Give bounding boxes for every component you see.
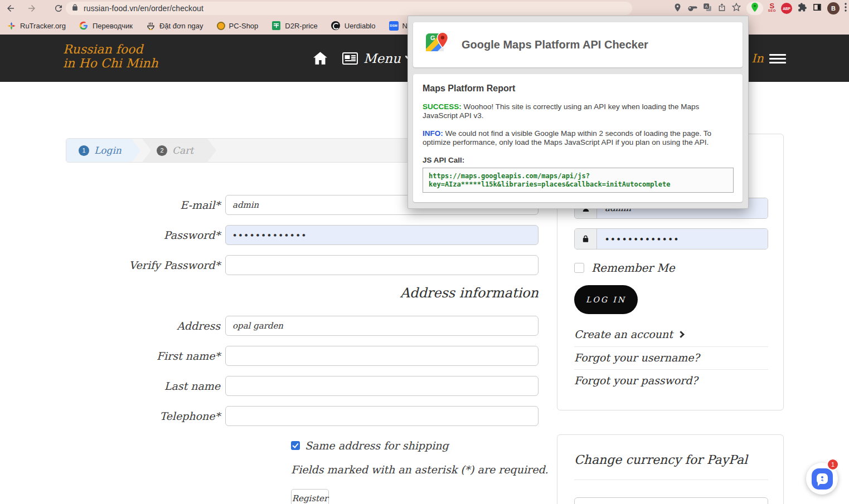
- share-icon[interactable]: [717, 2, 726, 14]
- bowl-icon: [146, 21, 156, 31]
- log-in-button[interactable]: LOG IN: [574, 285, 638, 314]
- header-login-link[interactable]: In: [751, 35, 764, 82]
- bookmark-translator[interactable]: Переводчик: [79, 21, 133, 31]
- hamburger-menu-icon[interactable]: [769, 35, 786, 82]
- remember-me-checkbox[interactable]: [574, 263, 584, 273]
- popup-header-card: G Google Maps Platform API Checker: [413, 22, 743, 67]
- bookmark-rutracker[interactable]: RuTracker.org: [7, 21, 66, 31]
- js-api-call-label: JS API Call:: [423, 156, 464, 164]
- js-api-call-code[interactable]: https://maps.googleapis.com/maps/api/js?…: [423, 168, 734, 193]
- sidebar-password-value: •••••••••••••: [597, 229, 768, 249]
- verify-password-field[interactable]: [225, 255, 538, 275]
- site-logo[interactable]: Russian food in Ho Chi Minh: [63, 42, 158, 70]
- profile-avatar[interactable]: B: [827, 2, 840, 14]
- side-panel-icon[interactable]: [812, 2, 822, 14]
- dsm-icon: DSM: [389, 21, 399, 31]
- password-label: Password*: [66, 225, 220, 245]
- bookmark-star-icon[interactable]: [731, 2, 741, 14]
- rutracker-icon: [7, 21, 16, 31]
- step-login[interactable]: 1 Login: [66, 139, 140, 162]
- currency-heading: Change currency for PayPal: [574, 453, 748, 467]
- chat-unread-badge: 1: [827, 458, 839, 471]
- bookmark-pcshop[interactable]: PC-Shop: [217, 22, 259, 30]
- chevron-right-icon: [677, 331, 685, 338]
- extensions-puzzle-icon[interactable]: [797, 2, 807, 14]
- register-button[interactable]: Register: [291, 489, 329, 504]
- report-title: Maps Platform Report: [423, 84, 515, 94]
- newspaper-icon: [342, 52, 358, 65]
- sidebar-password-field[interactable]: •••••••••••••: [574, 228, 768, 249]
- popup-title: Google Maps Platform API Checker: [462, 38, 648, 51]
- translate-icon[interactable]: A: [702, 2, 712, 14]
- password-field[interactable]: [225, 225, 538, 245]
- menu-dropdown[interactable]: Menu: [342, 35, 414, 82]
- svg-text:G: G: [430, 35, 435, 41]
- forgot-username-link[interactable]: Forgot your username?: [574, 351, 700, 364]
- dark-circle-icon: [331, 21, 340, 30]
- address-bar[interactable]: russian-food.vn/en/order/checkout: [66, 2, 632, 15]
- shipping-checkbox-row[interactable]: Same address for shipping: [291, 439, 449, 452]
- shipping-checkbox-label: Same address for shipping: [305, 439, 449, 452]
- location-icon[interactable]: [673, 3, 682, 14]
- email-label: E-mail*: [66, 195, 220, 215]
- chat-icon: [812, 468, 833, 490]
- browser-menu-dots-icon[interactable]: [845, 3, 847, 14]
- currency-select[interactable]: [574, 497, 768, 504]
- currency-panel: Change currency for PayPal: [557, 434, 784, 504]
- info-message: INFO: We could not find a visible Google…: [423, 129, 736, 147]
- popup-report-card: Maps Platform Report SUCCESS: Woohoo! Th…: [413, 74, 743, 202]
- maps-api-checker-popup: G Google Maps Platform API Checker Maps …: [407, 16, 749, 209]
- forgot-password-link[interactable]: Forgot your password?: [574, 374, 698, 386]
- bookmark-uerdiablo[interactable]: Uerdiablo: [331, 21, 376, 31]
- required-note: Fields marked with an asterisk (*) are r…: [291, 463, 549, 476]
- adblock-plus-icon[interactable]: ABP: [781, 3, 792, 14]
- remember-me-row[interactable]: Remember Me: [574, 261, 675, 275]
- browser-toolbar: russian-food.vn/en/order/checkout A SSEO…: [0, 0, 849, 17]
- pinned-extension-pill[interactable]: [746, 2, 763, 15]
- last-name-field[interactable]: [225, 376, 538, 396]
- step-cart[interactable]: 2 Cart: [142, 139, 216, 162]
- address-label: Address: [66, 316, 220, 336]
- svg-text:A: A: [705, 4, 707, 9]
- forward-icon[interactable]: [26, 2, 38, 14]
- url-text: russian-food.vn/en/order/checkout: [84, 4, 203, 13]
- bookmark-d2rprice[interactable]: D2R-price: [271, 21, 318, 31]
- bookmark-order[interactable]: Đặt đơn ngay: [146, 21, 203, 31]
- google-maps-logo-icon: G: [425, 31, 449, 59]
- last-name-label: Last name: [66, 376, 220, 396]
- remember-me-label: Remember Me: [591, 261, 675, 275]
- verify-password-label: Verify Password*: [66, 255, 220, 275]
- address-field[interactable]: [225, 316, 538, 336]
- reload-icon[interactable]: [52, 2, 65, 14]
- first-name-field[interactable]: [225, 346, 538, 366]
- seo-extension-icon[interactable]: SSEO: [768, 3, 776, 13]
- back-icon[interactable]: [4, 2, 17, 14]
- first-name-label: First name*: [66, 346, 220, 366]
- home-button[interactable]: [313, 35, 328, 82]
- create-account-link[interactable]: Create an account: [574, 328, 683, 340]
- shipping-checkbox[interactable]: [291, 441, 300, 450]
- google-icon: [79, 21, 89, 31]
- maps-checker-extension-icon[interactable]: [751, 2, 759, 14]
- address-info-heading: Address information: [66, 285, 538, 301]
- telephone-label: Telephone*: [66, 406, 220, 426]
- home-icon: [313, 51, 328, 65]
- lock-icon: [575, 229, 597, 249]
- telephone-field[interactable]: [225, 406, 538, 426]
- success-message: SUCCESS: Woohoo! This site is correctly …: [423, 102, 734, 120]
- key-icon[interactable]: [687, 2, 697, 14]
- coin-icon: [217, 22, 225, 30]
- lock-icon: [71, 3, 79, 14]
- sheets-icon: [272, 21, 280, 30]
